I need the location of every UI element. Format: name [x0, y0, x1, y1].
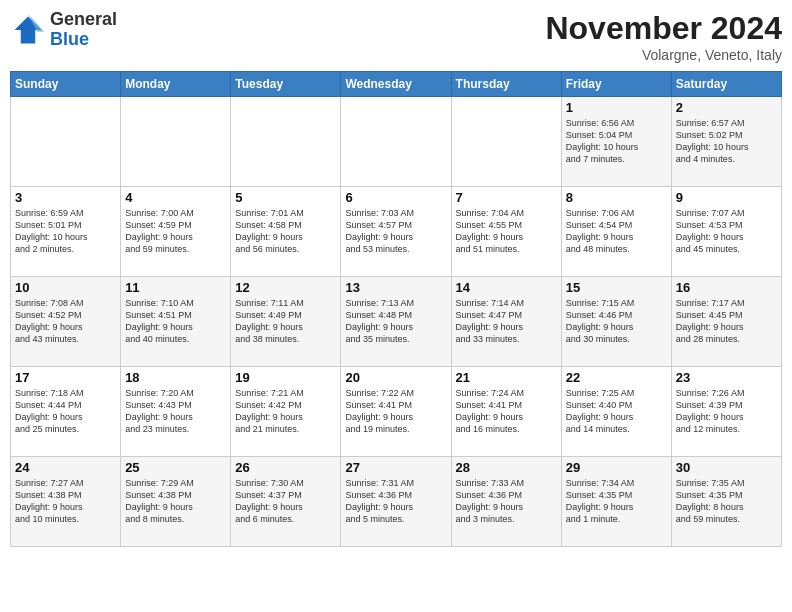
calendar-cell: 11Sunrise: 7:10 AM Sunset: 4:51 PM Dayli…: [121, 277, 231, 367]
calendar-cell: [231, 97, 341, 187]
calendar-cell: 23Sunrise: 7:26 AM Sunset: 4:39 PM Dayli…: [671, 367, 781, 457]
calendar-week-row: 3Sunrise: 6:59 AM Sunset: 5:01 PM Daylig…: [11, 187, 782, 277]
day-info: Sunrise: 7:14 AM Sunset: 4:47 PM Dayligh…: [456, 297, 557, 346]
calendar-cell: 26Sunrise: 7:30 AM Sunset: 4:37 PM Dayli…: [231, 457, 341, 547]
calendar-cell: 21Sunrise: 7:24 AM Sunset: 4:41 PM Dayli…: [451, 367, 561, 457]
day-number: 23: [676, 370, 777, 385]
calendar-cell: [341, 97, 451, 187]
day-number: 12: [235, 280, 336, 295]
day-number: 29: [566, 460, 667, 475]
day-info: Sunrise: 7:33 AM Sunset: 4:36 PM Dayligh…: [456, 477, 557, 526]
day-info: Sunrise: 7:18 AM Sunset: 4:44 PM Dayligh…: [15, 387, 116, 436]
day-info: Sunrise: 7:15 AM Sunset: 4:46 PM Dayligh…: [566, 297, 667, 346]
day-info: Sunrise: 6:59 AM Sunset: 5:01 PM Dayligh…: [15, 207, 116, 256]
calendar-cell: 4Sunrise: 7:00 AM Sunset: 4:59 PM Daylig…: [121, 187, 231, 277]
calendar-cell: 17Sunrise: 7:18 AM Sunset: 4:44 PM Dayli…: [11, 367, 121, 457]
calendar-cell: 20Sunrise: 7:22 AM Sunset: 4:41 PM Dayli…: [341, 367, 451, 457]
calendar-week-row: 10Sunrise: 7:08 AM Sunset: 4:52 PM Dayli…: [11, 277, 782, 367]
logo-text: General Blue: [50, 10, 117, 50]
calendar-cell: 19Sunrise: 7:21 AM Sunset: 4:42 PM Dayli…: [231, 367, 341, 457]
calendar-cell: 22Sunrise: 7:25 AM Sunset: 4:40 PM Dayli…: [561, 367, 671, 457]
day-info: Sunrise: 7:17 AM Sunset: 4:45 PM Dayligh…: [676, 297, 777, 346]
day-number: 28: [456, 460, 557, 475]
day-info: Sunrise: 7:01 AM Sunset: 4:58 PM Dayligh…: [235, 207, 336, 256]
day-number: 18: [125, 370, 226, 385]
weekday-header: Thursday: [451, 72, 561, 97]
logo-blue: Blue: [50, 29, 89, 49]
day-info: Sunrise: 7:30 AM Sunset: 4:37 PM Dayligh…: [235, 477, 336, 526]
calendar-cell: 12Sunrise: 7:11 AM Sunset: 4:49 PM Dayli…: [231, 277, 341, 367]
calendar-cell: 24Sunrise: 7:27 AM Sunset: 4:38 PM Dayli…: [11, 457, 121, 547]
day-info: Sunrise: 7:03 AM Sunset: 4:57 PM Dayligh…: [345, 207, 446, 256]
weekday-header: Wednesday: [341, 72, 451, 97]
calendar-cell: 27Sunrise: 7:31 AM Sunset: 4:36 PM Dayli…: [341, 457, 451, 547]
day-number: 22: [566, 370, 667, 385]
weekday-row: SundayMondayTuesdayWednesdayThursdayFrid…: [11, 72, 782, 97]
day-number: 15: [566, 280, 667, 295]
day-info: Sunrise: 7:34 AM Sunset: 4:35 PM Dayligh…: [566, 477, 667, 526]
day-info: Sunrise: 7:27 AM Sunset: 4:38 PM Dayligh…: [15, 477, 116, 526]
day-info: Sunrise: 7:11 AM Sunset: 4:49 PM Dayligh…: [235, 297, 336, 346]
day-info: Sunrise: 7:22 AM Sunset: 4:41 PM Dayligh…: [345, 387, 446, 436]
weekday-header: Sunday: [11, 72, 121, 97]
calendar-cell: 3Sunrise: 6:59 AM Sunset: 5:01 PM Daylig…: [11, 187, 121, 277]
day-number: 11: [125, 280, 226, 295]
day-info: Sunrise: 7:10 AM Sunset: 4:51 PM Dayligh…: [125, 297, 226, 346]
calendar-body: 1Sunrise: 6:56 AM Sunset: 5:04 PM Daylig…: [11, 97, 782, 547]
day-number: 3: [15, 190, 116, 205]
logo-general: General: [50, 9, 117, 29]
calendar-cell: 25Sunrise: 7:29 AM Sunset: 4:38 PM Dayli…: [121, 457, 231, 547]
day-info: Sunrise: 7:00 AM Sunset: 4:59 PM Dayligh…: [125, 207, 226, 256]
day-info: Sunrise: 7:04 AM Sunset: 4:55 PM Dayligh…: [456, 207, 557, 256]
location: Volargne, Veneto, Italy: [545, 47, 782, 63]
calendar-cell: 1Sunrise: 6:56 AM Sunset: 5:04 PM Daylig…: [561, 97, 671, 187]
calendar-cell: 14Sunrise: 7:14 AM Sunset: 4:47 PM Dayli…: [451, 277, 561, 367]
day-number: 20: [345, 370, 446, 385]
calendar-cell: 18Sunrise: 7:20 AM Sunset: 4:43 PM Dayli…: [121, 367, 231, 457]
day-number: 25: [125, 460, 226, 475]
day-number: 9: [676, 190, 777, 205]
calendar-cell: [11, 97, 121, 187]
calendar-cell: 5Sunrise: 7:01 AM Sunset: 4:58 PM Daylig…: [231, 187, 341, 277]
calendar-cell: [121, 97, 231, 187]
day-info: Sunrise: 7:26 AM Sunset: 4:39 PM Dayligh…: [676, 387, 777, 436]
calendar-cell: 8Sunrise: 7:06 AM Sunset: 4:54 PM Daylig…: [561, 187, 671, 277]
day-info: Sunrise: 7:08 AM Sunset: 4:52 PM Dayligh…: [15, 297, 116, 346]
day-number: 2: [676, 100, 777, 115]
day-number: 4: [125, 190, 226, 205]
page-header: General Blue November 2024 Volargne, Ven…: [10, 10, 782, 63]
month-title: November 2024: [545, 10, 782, 47]
day-info: Sunrise: 7:25 AM Sunset: 4:40 PM Dayligh…: [566, 387, 667, 436]
day-info: Sunrise: 7:31 AM Sunset: 4:36 PM Dayligh…: [345, 477, 446, 526]
calendar-cell: 9Sunrise: 7:07 AM Sunset: 4:53 PM Daylig…: [671, 187, 781, 277]
day-number: 17: [15, 370, 116, 385]
logo: General Blue: [10, 10, 117, 50]
day-number: 14: [456, 280, 557, 295]
title-area: November 2024 Volargne, Veneto, Italy: [545, 10, 782, 63]
day-number: 16: [676, 280, 777, 295]
day-info: Sunrise: 6:57 AM Sunset: 5:02 PM Dayligh…: [676, 117, 777, 166]
weekday-header: Saturday: [671, 72, 781, 97]
day-info: Sunrise: 7:35 AM Sunset: 4:35 PM Dayligh…: [676, 477, 777, 526]
calendar-week-row: 1Sunrise: 6:56 AM Sunset: 5:04 PM Daylig…: [11, 97, 782, 187]
calendar-cell: 6Sunrise: 7:03 AM Sunset: 4:57 PM Daylig…: [341, 187, 451, 277]
calendar-cell: 29Sunrise: 7:34 AM Sunset: 4:35 PM Dayli…: [561, 457, 671, 547]
calendar-cell: 10Sunrise: 7:08 AM Sunset: 4:52 PM Dayli…: [11, 277, 121, 367]
day-number: 21: [456, 370, 557, 385]
calendar-cell: 2Sunrise: 6:57 AM Sunset: 5:02 PM Daylig…: [671, 97, 781, 187]
day-info: Sunrise: 7:13 AM Sunset: 4:48 PM Dayligh…: [345, 297, 446, 346]
calendar-cell: 13Sunrise: 7:13 AM Sunset: 4:48 PM Dayli…: [341, 277, 451, 367]
day-number: 13: [345, 280, 446, 295]
calendar-cell: 7Sunrise: 7:04 AM Sunset: 4:55 PM Daylig…: [451, 187, 561, 277]
day-number: 1: [566, 100, 667, 115]
day-number: 30: [676, 460, 777, 475]
calendar-header: SundayMondayTuesdayWednesdayThursdayFrid…: [11, 72, 782, 97]
day-number: 7: [456, 190, 557, 205]
day-number: 26: [235, 460, 336, 475]
calendar-cell: [451, 97, 561, 187]
logo-icon: [10, 12, 46, 48]
calendar-cell: 30Sunrise: 7:35 AM Sunset: 4:35 PM Dayli…: [671, 457, 781, 547]
day-number: 5: [235, 190, 336, 205]
calendar-table: SundayMondayTuesdayWednesdayThursdayFrid…: [10, 71, 782, 547]
day-info: Sunrise: 6:56 AM Sunset: 5:04 PM Dayligh…: [566, 117, 667, 166]
